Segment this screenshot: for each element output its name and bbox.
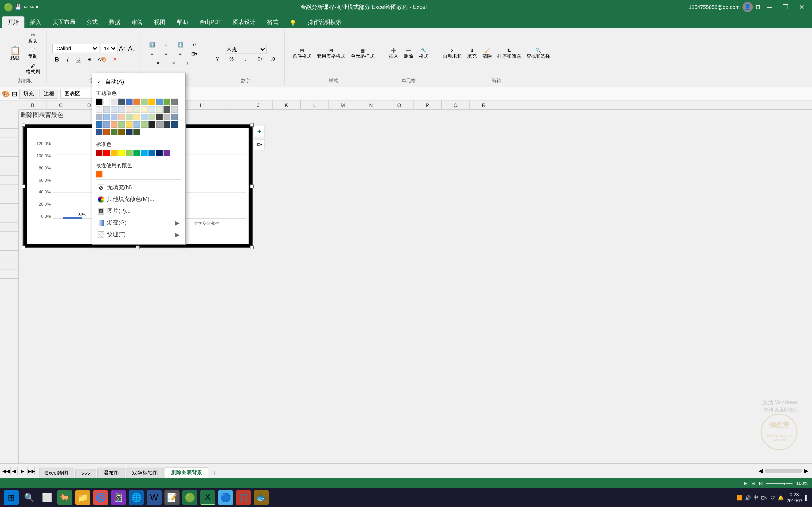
underline-button[interactable]: U: [74, 54, 83, 64]
search-taskbar-icon[interactable]: 🔍: [21, 490, 37, 505]
row-6[interactable]: [0, 157, 18, 166]
theme-color-33[interactable]: [96, 121, 102, 128]
app-notepad-icon[interactable]: 📝: [164, 490, 180, 505]
quick-access-toolbar[interactable]: 🟢 💾 ↩ ↪ ▾: [4, 3, 39, 11]
indent-decrease-button[interactable]: ⇤: [152, 59, 166, 67]
row-19[interactable]: [0, 279, 18, 288]
theme-color-0[interactable]: [96, 99, 102, 105]
find-select-button[interactable]: 🔍 查找和选择: [524, 47, 552, 61]
app-green-icon[interactable]: 🟢: [182, 490, 197, 505]
standard-color-4[interactable]: [126, 150, 133, 156]
clear-button[interactable]: 🧹 清除: [480, 47, 494, 61]
col-q[interactable]: Q: [442, 101, 470, 109]
fill-color-button[interactable]: A🎨: [95, 55, 109, 63]
col-o[interactable]: O: [385, 101, 413, 109]
conditional-format-button[interactable]: ⊟ 条件格式: [290, 47, 314, 61]
tab-format[interactable]: 格式: [261, 16, 284, 28]
paste-button[interactable]: 📋 粘贴: [7, 45, 22, 63]
merge-center-button[interactable]: ⊞▾: [188, 50, 201, 58]
theme-color-41[interactable]: [156, 121, 163, 128]
font-name-select[interactable]: Calibri: [52, 44, 99, 53]
theme-color-17[interactable]: [141, 106, 148, 113]
recent-color-1[interactable]: [96, 171, 102, 177]
row-2[interactable]: [0, 119, 18, 129]
indent-increase-button[interactable]: ⇥: [166, 59, 180, 67]
theme-color-18[interactable]: [149, 106, 155, 113]
standard-color-7[interactable]: [149, 150, 155, 156]
theme-color-43[interactable]: [171, 121, 177, 128]
sheet-tab-waterfall[interactable]: 瀑布图: [97, 467, 125, 478]
theme-color-15[interactable]: [126, 106, 133, 113]
col-l[interactable]: L: [301, 101, 329, 109]
row-3[interactable]: [0, 129, 18, 138]
standard-color-5[interactable]: [134, 150, 140, 156]
cell-style-button[interactable]: ▦ 单元格样式: [348, 47, 376, 61]
fill-button[interactable]: ⬇ 填充: [465, 47, 479, 61]
tab-chartdesign[interactable]: 图表设计: [227, 16, 261, 28]
app-circle-icon[interactable]: 🔵: [218, 490, 233, 505]
language-cn[interactable]: 中: [754, 494, 758, 501]
row-12[interactable]: [0, 213, 18, 223]
handle-botmid[interactable]: [136, 245, 140, 249]
user-avatar[interactable]: 👤: [743, 2, 753, 12]
app-edge-icon[interactable]: 🌐: [129, 490, 144, 505]
sort-filter-button[interactable]: ⇅ 排序和筛选: [495, 47, 523, 61]
align-center-button[interactable]: ≡: [159, 50, 173, 58]
tab-formula[interactable]: 公式: [81, 16, 103, 28]
zoom-slider[interactable]: ─────●──: [766, 481, 793, 486]
wrap-text-button[interactable]: ↵: [188, 41, 201, 49]
border-button[interactable]: ⊞: [85, 55, 94, 63]
col-m[interactable]: M: [329, 101, 357, 109]
chart-style-button[interactable]: ✏: [254, 139, 265, 150]
sheet-nav-next[interactable]: ▶: [19, 467, 26, 475]
col-p[interactable]: P: [413, 101, 442, 109]
col-k[interactable]: K: [272, 101, 301, 109]
theme-color-21[interactable]: [171, 106, 177, 113]
row-14[interactable]: [0, 232, 18, 241]
theme-color-28[interactable]: [141, 114, 148, 120]
col-j[interactable]: J: [244, 101, 272, 109]
tab-home[interactable]: 开始: [2, 16, 24, 28]
page-break-icon[interactable]: ⊠: [759, 481, 763, 486]
scroll-right-icon[interactable]: ▶: [804, 467, 808, 474]
standard-color-1[interactable]: [103, 150, 110, 156]
row-10[interactable]: [0, 194, 18, 204]
standard-color-3[interactable]: [118, 150, 125, 156]
handle-botleft[interactable]: [21, 245, 26, 249]
sheet-tab-dualaxis[interactable]: 双坐标轴图: [126, 467, 164, 478]
app-music-icon[interactable]: 🎵: [236, 490, 251, 505]
more-icon[interactable]: ▾: [36, 4, 39, 10]
theme-color-14[interactable]: [118, 106, 125, 113]
app-folder-icon[interactable]: 📁: [75, 490, 90, 505]
theme-color-40[interactable]: [149, 121, 155, 128]
other-fill-item[interactable]: 其他填充颜色(M)...: [96, 193, 182, 205]
fill-color-icon-small[interactable]: 🎨: [2, 90, 10, 97]
align-middle-button[interactable]: ↔: [159, 41, 173, 49]
theme-color-3[interactable]: [118, 99, 125, 105]
theme-color-25[interactable]: [118, 114, 125, 120]
ribbon-display-icon[interactable]: ⊡: [756, 4, 760, 10]
shrink-font-icon[interactable]: A↓: [128, 44, 136, 52]
theme-color-30[interactable]: [156, 114, 163, 120]
standard-color-8[interactable]: [156, 150, 163, 156]
tab-help[interactable]: 帮助: [171, 16, 194, 28]
comma-button[interactable]: ,: [239, 55, 252, 63]
close-button[interactable]: ✕: [795, 2, 808, 12]
sheet-nav-last[interactable]: ▶▶: [27, 467, 35, 475]
theme-color-49[interactable]: [134, 129, 140, 135]
row-8[interactable]: [0, 176, 18, 185]
row-11[interactable]: [0, 204, 18, 213]
scroll-left-icon[interactable]: ◀: [758, 467, 763, 474]
theme-color-31[interactable]: [163, 114, 170, 120]
cut-button[interactable]: ✂ 剪切: [23, 31, 42, 46]
redo-icon[interactable]: ↪: [30, 4, 34, 10]
col-b[interactable]: B: [19, 101, 47, 109]
app-word-icon[interactable]: W: [147, 490, 162, 505]
theme-color-20[interactable]: [163, 106, 170, 113]
formula-input[interactable]: [139, 89, 810, 98]
row-9[interactable]: [0, 185, 18, 194]
gradient-item[interactable]: 渐变(G) ▶: [96, 217, 182, 229]
start-button[interactable]: ⊞: [4, 490, 19, 505]
theme-color-46[interactable]: [111, 129, 117, 135]
format-cell-button[interactable]: 🔧 格式: [417, 47, 431, 61]
